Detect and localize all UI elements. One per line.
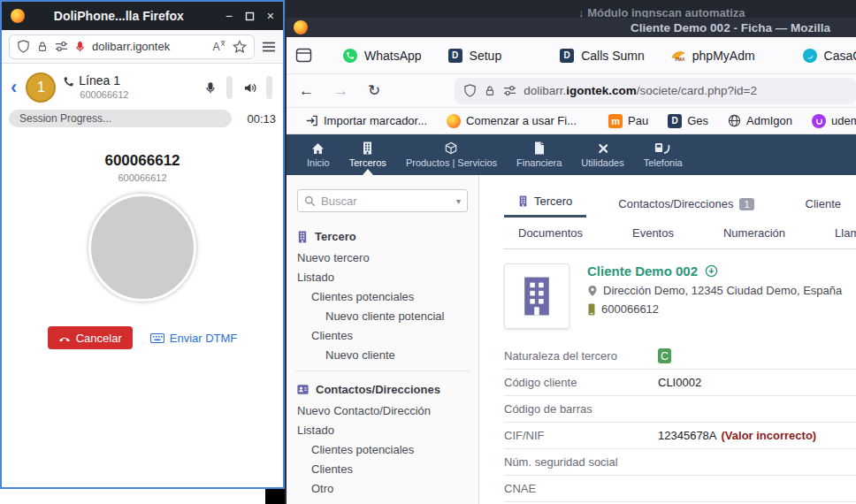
client-photo-card <box>504 263 569 329</box>
lock-icon[interactable] <box>36 41 49 53</box>
content-divider <box>504 248 856 249</box>
url-text[interactable]: dolibarr.igontek <box>92 40 206 53</box>
bookmark-star-icon[interactable] <box>233 40 247 54</box>
tab-phpmyadmin[interactable]: PMA phpMyAdm <box>658 41 768 71</box>
sidebar-item-nuevo-contacto[interactable]: Nuevo Contacto/Dirección <box>287 401 478 420</box>
speaker-icon[interactable] <box>243 81 256 95</box>
doliphone-titlebar[interactable]: DoliPhone...lla Firefox − × <box>2 2 283 30</box>
card-subtabs: Documentos Eventos Numeración Llamadas <box>504 226 856 248</box>
url-bar[interactable]: dolibarr.igontek.com/societe/card.php?id… <box>455 78 856 104</box>
callee-number-small: 600066612 <box>2 172 283 183</box>
shield-icon[interactable] <box>463 84 477 97</box>
send-dtmf-link[interactable]: Enviar DTMF <box>150 332 238 345</box>
dolibarr-favicon: D <box>448 49 462 63</box>
expand-circle-icon[interactable] <box>705 264 718 278</box>
sidebar-item-clientes-potenciales[interactable]: Clientes potenciales <box>287 286 478 306</box>
browser-titlebar[interactable]: Cliente Demo 002 - Ficha — Mozilla <box>287 18 856 37</box>
phone-receiver-icon <box>63 76 74 88</box>
bookmark-import[interactable]: Importar marcador... <box>295 114 437 127</box>
menu-inicio[interactable]: Inicio <box>297 134 340 175</box>
casaos-icon <box>803 49 817 63</box>
menu-financiera[interactable]: Financiera <box>507 134 571 175</box>
reload-button[interactable]: ↻ <box>368 81 380 100</box>
subtab-numeracion[interactable]: Numeración <box>709 226 799 248</box>
search-icon <box>304 195 316 207</box>
sidebar-item-contactos-otro[interactable]: Otro <box>287 478 478 498</box>
url-text[interactable]: dolibarr.igontek.com/societe/card.php?id… <box>524 84 757 97</box>
line-label-row: Línea 1 <box>63 73 128 89</box>
line-number: 600066612 <box>80 89 128 102</box>
call-timer: 00:13 <box>241 112 276 126</box>
subtab-documentos[interactable]: Documentos <box>504 226 597 248</box>
menu-hamburger-icon[interactable] <box>262 41 276 53</box>
tab-calls-summary[interactable]: D Calls Sumn <box>546 41 658 71</box>
search-input[interactable] <box>321 195 451 208</box>
client-phone-row: 600066612 <box>587 302 842 316</box>
permissions-icon[interactable] <box>503 84 516 97</box>
call-actions: Cancelar Enviar DTMF <box>2 326 283 349</box>
call-status-pill: Session Progress... <box>9 110 232 127</box>
sidebar-item-nuevo-tercero[interactable]: Nuevo tercero <box>287 248 478 267</box>
browser-nav-bar: ← → ↻ dolibarr.igontek.com/societe/card.… <box>287 74 856 108</box>
building-icon <box>518 195 528 207</box>
sidebar-divider <box>295 370 470 371</box>
menu-terceros[interactable]: Terceros <box>340 134 396 175</box>
sidebar-search-box[interactable]: ▾ <box>297 189 468 212</box>
url-bar[interactable]: dolibarr.igontek A <box>9 34 255 59</box>
subtab-eventos[interactable]: Eventos <box>618 226 688 248</box>
bookmark-pau[interactable]: m Pau <box>599 114 658 128</box>
sidebar-item-nuevo-cliente[interactable]: Nuevo cliente <box>287 345 478 364</box>
client-phone[interactable]: 600066612 <box>601 302 659 316</box>
client-address-row: Dirección Demo, 12345 Ciudad Demo, Españ… <box>587 284 842 297</box>
doliphone-window: DoliPhone...lla Firefox − × <box>0 0 285 489</box>
table-row: Código cliente CLI0002 <box>504 370 856 396</box>
speaker-volume-slider[interactable] <box>266 76 272 99</box>
tab-cliente[interactable]: Cliente <box>791 197 855 218</box>
svg-text:A: A <box>213 41 221 53</box>
callee-number-big: 600066612 <box>2 152 283 170</box>
bookmark-udemy[interactable]: udemy <box>802 114 856 128</box>
tab-tercero[interactable]: Tercero <box>504 195 586 218</box>
dolibarr-main-content: Tercero Contactos/Direcciones 1 Cliente … <box>479 175 856 504</box>
lock-icon[interactable] <box>484 85 496 97</box>
firefox-view-icon[interactable] <box>295 48 312 63</box>
sidebar-item-clientes[interactable]: Clientes <box>287 325 478 345</box>
restore-button[interactable] <box>245 11 255 21</box>
sidebar-section-tercero: Tercero <box>287 225 478 248</box>
sidebar-item-nuevo-cliente-potencial[interactable]: Nuevo cliente potencial <box>287 306 478 325</box>
call-status-text: Session Progress... <box>19 112 111 125</box>
microphone-permission-icon[interactable] <box>74 41 86 53</box>
mic-icon[interactable] <box>204 81 217 95</box>
sidebar-item-contactos-clientes-potenciales[interactable]: Clientes potenciales <box>287 439 478 459</box>
menu-utilidades[interactable]: Utilidades <box>571 134 633 175</box>
bookmark-ges[interactable]: D Ges <box>658 114 718 128</box>
back-button[interactable]: ← <box>299 82 314 100</box>
forward-button[interactable]: → <box>333 82 348 100</box>
menu-telefonia[interactable]: Telefonia <box>634 134 692 175</box>
tab-setup[interactable]: D Setup <box>435 41 516 71</box>
table-row: CIF/NIF 12345678A (Valor incorrecto) <box>504 423 856 449</box>
minimize-button[interactable]: − <box>225 10 233 22</box>
permissions-icon[interactable] <box>55 40 68 53</box>
tab-contactos-direcciones[interactable]: Contactos/Direcciones 1 <box>604 197 768 218</box>
cancel-call-button[interactable]: Cancelar <box>48 326 133 349</box>
tab-whatsapp[interactable]: WhatsApp <box>330 41 435 71</box>
sidebar-item-listado[interactable]: Listado <box>287 267 478 286</box>
bookmark-admigon[interactable]: AdmIgon <box>718 114 802 127</box>
subtab-llamadas[interactable]: Llamadas <box>821 226 856 248</box>
sidebar-item-listado-contactos[interactable]: Listado <box>287 420 478 439</box>
background-window-strip: ↓ Módulo ingnscan automatiza <box>287 0 856 18</box>
menu-productos-servicios[interactable]: Productos | Servicios <box>396 134 507 175</box>
doliphone-url-row: dolibarr.igontek A <box>2 30 283 64</box>
phpmyadmin-icon: PMA <box>671 50 685 62</box>
back-chevron-icon[interactable]: ‹ <box>9 78 19 97</box>
tab-casaos[interactable]: CasaOS <box>790 41 856 71</box>
mic-volume-slider[interactable] <box>226 76 233 99</box>
shield-icon[interactable] <box>17 40 30 53</box>
search-caret-icon[interactable]: ▾ <box>456 196 461 206</box>
browser-tab-bar: WhatsApp D Setup D Calls Sumn PMA phpMyA… <box>287 37 856 74</box>
close-button[interactable]: × <box>267 10 274 22</box>
translate-icon[interactable]: A <box>212 40 226 53</box>
sidebar-item-contactos-clientes[interactable]: Clientes <box>287 459 478 478</box>
bookmark-getting-started[interactable]: Comenzar a usar Fi... <box>437 114 586 128</box>
